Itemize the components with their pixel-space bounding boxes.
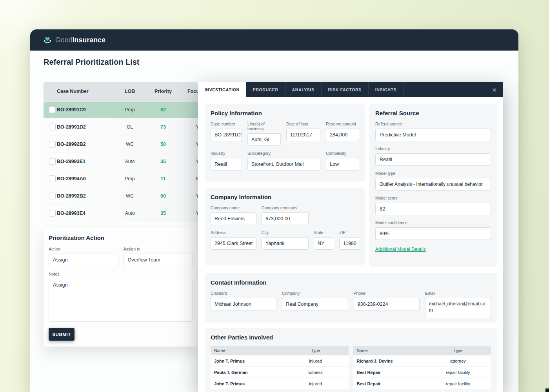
party-row[interactable]: Best Repair repair facility: [353, 367, 491, 377]
submit-button[interactable]: SUBMIT: [49, 328, 75, 341]
row-checkbox[interactable]: [49, 210, 56, 217]
lob-cell: Prop: [118, 107, 142, 113]
other-parties-card: Other Parties Involved Name Type John T.…: [205, 328, 497, 392]
party-type: injured: [286, 381, 345, 386]
model-score-input[interactable]: 82: [375, 203, 491, 215]
city-input[interactable]: Yaphank: [262, 237, 309, 250]
referral-industry-label: Industry: [375, 146, 491, 151]
app-window: GoodInsurance Referral Prioritization Li…: [30, 29, 518, 392]
party-name: Best Repair: [357, 370, 429, 375]
policy-information-card: Policy Information Case number BO-28991C…: [205, 104, 365, 181]
table-row[interactable]: BO-28991D2 GL 73 Y: [44, 119, 208, 135]
party-row[interactable]: Best Repair repair facility: [353, 378, 491, 389]
address-label: Address: [211, 230, 256, 235]
case-table-header: Case Number LOB Priority Focus: [44, 82, 208, 101]
party-name: John T. Primus: [214, 381, 286, 386]
col-header-lob: LOB: [118, 89, 142, 94]
modal-pointer-notch: [198, 108, 198, 115]
reserve-amount-label: Reserve amount: [326, 122, 359, 126]
party-name: Richard J. Devine: [357, 359, 429, 363]
assign-to-label: Assign to: [124, 247, 193, 251]
table-row[interactable]: BO-28992B2 WC 50 Y: [44, 188, 208, 204]
additional-model-details-link[interactable]: Additional Model Details: [375, 247, 426, 252]
state-input[interactable]: NY: [314, 237, 334, 250]
party-type: witness: [286, 370, 345, 375]
subcategory-input[interactable]: Storefront, Outdoor Mall: [247, 158, 320, 171]
case-number-cell: BO-28991C9: [57, 107, 86, 113]
parties-table-right: Name Type Richard J. Devine attorney Bes…: [353, 346, 491, 389]
modal-tab-bar: INVESTIGATION PRODUCER ANALYSIS RISK FAC…: [198, 82, 503, 97]
action-input[interactable]: Assign: [49, 254, 118, 266]
parties-table-left: Name Type John T. Primus injured Paula T…: [211, 346, 349, 389]
tab-analysis[interactable]: ANALYSIS: [285, 82, 322, 97]
model-confidence-label: Model confidence: [375, 220, 491, 225]
zip-label: ZIP: [339, 230, 360, 235]
col-header-case-number: Case Number: [57, 89, 89, 94]
heart-hands-logo-icon: [43, 36, 52, 44]
company-revenues-input[interactable]: 673,000.00: [262, 212, 309, 225]
table-row[interactable]: BO-28993E4 Auto 35 Y: [44, 205, 208, 221]
party-row[interactable]: Richard J. Devine attorney: [353, 356, 491, 366]
brand-prefix: Good: [55, 36, 73, 44]
model-type-input[interactable]: Outlier Analysis - Internationally unusu…: [375, 178, 491, 191]
industry-input[interactable]: Reatil: [211, 158, 242, 171]
table-row-selected[interactable]: BO-28991C9 Prop 82: [44, 102, 208, 118]
party-row[interactable]: Paula T. German witness: [211, 367, 349, 377]
parties-name-header: Name: [214, 348, 286, 353]
close-icon[interactable]: ✕: [492, 87, 497, 93]
tab-investigation[interactable]: INVESTIGATION: [198, 82, 246, 97]
table-row[interactable]: BO-28993E1 Auto 35 Y: [44, 153, 208, 170]
case-number-cell: BO-28993E4: [57, 211, 85, 216]
table-row[interactable]: BO-28992B2 WC 50 Y: [44, 136, 208, 152]
prioritization-action-title: Prioritization Action: [49, 234, 193, 241]
row-checkbox[interactable]: [49, 176, 56, 182]
policy-information-title: Policy Information: [211, 110, 359, 116]
industry-label: Industry: [211, 151, 242, 156]
row-checkbox[interactable]: [49, 193, 56, 200]
model-type-label: Model type: [375, 171, 491, 176]
parties-name-header: Name: [357, 348, 429, 353]
brand-name: GoodInsurance: [55, 36, 105, 44]
contact-company-input[interactable]: Real Company: [282, 298, 348, 310]
assign-to-input[interactable]: Overflow Team: [124, 254, 193, 266]
party-name: John T. Primus: [214, 359, 286, 363]
lines-of-business-input[interactable]: Auto, GL: [247, 133, 281, 146]
row-checkbox[interactable]: [49, 141, 56, 148]
case-number-input[interactable]: BO-28991C9: [211, 129, 242, 141]
tab-producer[interactable]: PRODUCER: [246, 82, 285, 97]
case-number-cell: BO-28992B2: [57, 193, 86, 199]
row-checkbox[interactable]: [49, 124, 56, 131]
app-header: GoodInsurance: [30, 29, 518, 51]
complexity-label: Complexity: [326, 151, 359, 156]
notes-textarea[interactable]: Assign: [49, 279, 193, 322]
zip-input[interactable]: 11980: [339, 237, 360, 250]
company-name-input[interactable]: Reed Flowers: [211, 212, 256, 225]
brand-suffix: Insurance: [73, 36, 105, 44]
tab-risk-factors[interactable]: RISK FACTORS: [322, 82, 369, 97]
tab-insights[interactable]: INSIGHTS: [369, 82, 404, 97]
referral-source-card: Referral Source Referal source Predictiv…: [369, 104, 497, 267]
priority-cell: 35: [155, 211, 172, 216]
address-input[interactable]: 2945 Clark Street: [211, 237, 256, 250]
claimant-input[interactable]: Michael Johnson: [211, 298, 276, 310]
phone-input[interactable]: 930-239-0224: [354, 298, 420, 310]
row-checkbox[interactable]: [49, 158, 56, 165]
party-name: Best Repair: [357, 381, 429, 386]
priority-cell: 35: [155, 159, 172, 164]
party-row[interactable]: John T. Primus injured: [211, 378, 349, 389]
priority-cell: 82: [155, 107, 172, 113]
email-input[interactable]: michael.johnson@email.com: [425, 298, 491, 318]
reserve-amount-input[interactable]: 284,000: [326, 129, 359, 141]
party-type: attorney: [429, 359, 487, 363]
table-row[interactable]: BO-28994A0 Prop 11 N: [44, 171, 208, 187]
date-of-loss-input[interactable]: 12/1/2017: [286, 129, 320, 141]
referral-industry-input[interactable]: Reatil: [375, 153, 491, 166]
lob-cell: Prop: [118, 176, 142, 181]
party-row[interactable]: John T. Primus injured: [211, 356, 349, 366]
row-checkbox[interactable]: [49, 107, 56, 113]
referral-source-input[interactable]: Predictive Model: [375, 129, 491, 141]
model-confidence-input[interactable]: 89%: [375, 227, 491, 240]
claimant-label: Claimant: [211, 291, 276, 296]
lob-cell: Auto: [118, 211, 142, 216]
complexity-input[interactable]: Low: [326, 158, 359, 171]
